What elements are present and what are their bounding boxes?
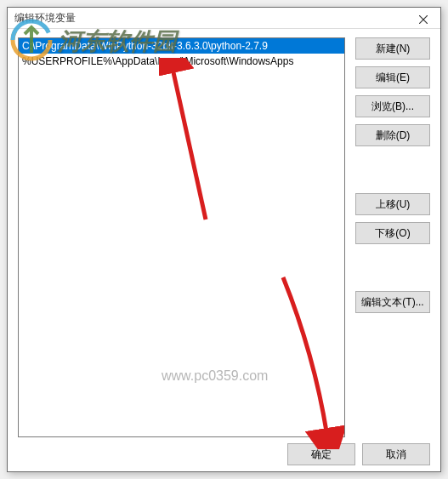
movedown-button[interactable]: 下移(O)	[355, 222, 430, 244]
cancel-button[interactable]: 取消	[362, 443, 430, 465]
watermark-logo	[9, 17, 55, 66]
close-icon	[419, 15, 428, 24]
env-var-dialog: 编辑环境变量 C:\ProgramData\WinPython-32bit-3.…	[7, 7, 441, 472]
button-column: 新建(N) 编辑(E) 浏览(B)... 删除(D) 上移(U) 下移(O) 编…	[355, 37, 430, 437]
edittext-button[interactable]: 编辑文本(T)...	[355, 291, 430, 313]
watermark-site-name: 河东软件园	[58, 26, 177, 58]
moveup-button[interactable]: 上移(U)	[355, 193, 430, 215]
browse-button[interactable]: 浏览(B)...	[355, 95, 430, 117]
new-button[interactable]: 新建(N)	[355, 37, 430, 60]
dialog-footer: 确定 取消	[8, 437, 440, 471]
ok-button[interactable]: 确定	[287, 443, 355, 465]
delete-button[interactable]: 删除(D)	[355, 124, 430, 146]
watermark-url: www.pc0359.com	[162, 368, 268, 384]
close-button[interactable]	[406, 8, 440, 31]
edit-button[interactable]: 编辑(E)	[355, 66, 430, 88]
